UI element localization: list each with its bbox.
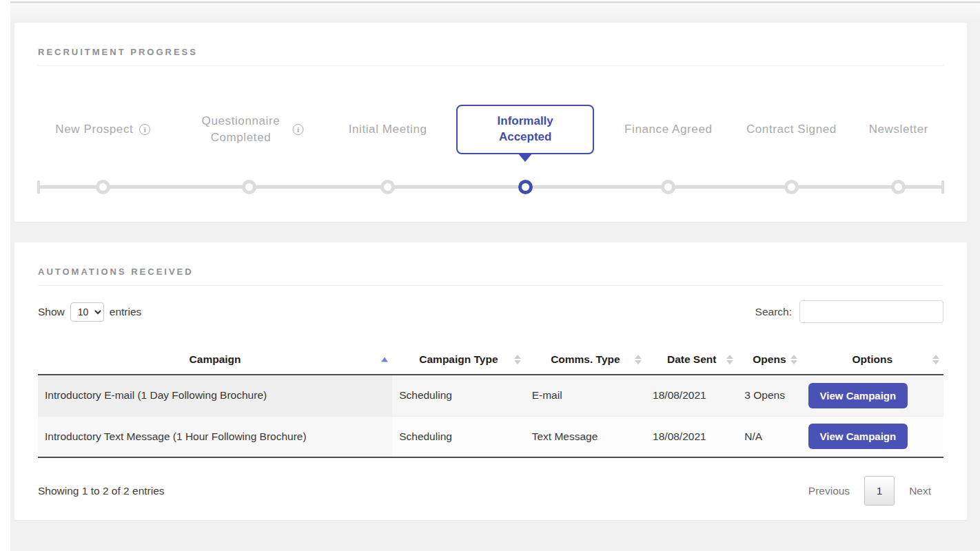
recruitment-progress-title: RECRUITMENT PROGRESS	[14, 23, 967, 57]
cell-comms-type: Text Message	[525, 416, 646, 457]
automations-received-title: AUTOMATIONS RECEIVED	[14, 242, 967, 277]
sort-both-icon	[635, 355, 642, 364]
step-dot-initial-meeting[interactable]	[380, 180, 395, 194]
step-informally-accepted[interactable]: Informally Accepted	[456, 93, 594, 166]
step-dot-contract-signed[interactable]	[784, 180, 799, 194]
step-label: Newsletter	[869, 123, 928, 136]
column-header-options[interactable]: Options	[802, 345, 943, 375]
previous-button[interactable]: Previous	[808, 485, 850, 497]
step-dot-questionnaire-completed[interactable]	[242, 180, 256, 194]
cell-date-sent: 18/08/2021	[646, 416, 737, 457]
view-campaign-button[interactable]: View Campaign	[808, 424, 908, 449]
table-controls: Show 10 entries Search:	[38, 300, 943, 323]
cell-campaign: Introductory Text Message (1 Hour Follow…	[38, 416, 392, 457]
step-label: Initial Meeting	[349, 123, 427, 136]
pagination: Previous 1 Next	[808, 476, 943, 506]
cell-comms-type: E-mail	[525, 375, 646, 416]
view-campaign-button[interactable]: View Campaign	[808, 383, 908, 408]
step-contract-signed: Contract Signed	[746, 93, 837, 166]
cell-opens: 3 Opens	[737, 375, 801, 416]
cell-campaign-type: Scheduling	[392, 416, 525, 457]
step-initial-meeting: Initial Meeting	[349, 93, 427, 166]
cell-opens: N/A	[737, 416, 801, 457]
column-header-opens[interactable]: Opens	[737, 345, 801, 375]
step-dot-new-prospect[interactable]	[96, 180, 110, 194]
recruitment-stepper: New Prospect i Questionnaire Completed i…	[38, 66, 943, 200]
step-dot-finance-agreed[interactable]	[661, 180, 675, 194]
page-number-button[interactable]: 1	[864, 476, 895, 506]
show-label: Show	[38, 306, 65, 318]
sort-both-icon	[790, 355, 797, 364]
cell-campaign-type: Scheduling	[392, 375, 525, 416]
cell-campaign: Introductory E-mail (1 Day Following Bro…	[38, 375, 392, 416]
page-size-control: Show 10 entries	[38, 302, 141, 322]
step-label: Informally Accepted	[487, 114, 563, 145]
step-label: Questionnaire Completed	[195, 113, 286, 146]
column-header-campaign-type[interactable]: Campaign Type	[392, 345, 525, 375]
table-footer: Showing 1 to 2 of 2 entries Previous 1 N…	[38, 476, 943, 506]
entries-summary: Showing 1 to 2 of 2 entries	[38, 485, 165, 497]
cell-options: View Campaign	[802, 416, 943, 457]
search-input[interactable]	[799, 300, 943, 323]
progress-track	[38, 185, 943, 189]
step-newsletter: Newsletter	[869, 93, 928, 166]
table-row: Introductory E-mail (1 Day Following Bro…	[38, 375, 943, 416]
info-icon[interactable]: i	[139, 124, 150, 135]
sort-asc-icon	[381, 357, 388, 362]
track-end-tick	[941, 180, 944, 194]
step-label: Contract Signed	[746, 123, 837, 136]
step-dot-newsletter[interactable]	[891, 180, 906, 194]
recruitment-progress-card: RECRUITMENT PROGRESS New Prospect i Ques…	[14, 23, 967, 222]
column-header-date-sent[interactable]: Date Sent	[646, 345, 737, 375]
sort-both-icon	[932, 355, 939, 364]
sort-both-icon	[726, 355, 733, 364]
automations-received-card: AUTOMATIONS RECEIVED Show 10 entries Sea…	[14, 242, 967, 520]
page-background: RECRUITMENT PROGRESS New Prospect i Ques…	[10, 0, 980, 551]
divider	[38, 285, 943, 286]
info-icon[interactable]: i	[292, 124, 303, 135]
step-new-prospect: New Prospect i	[55, 93, 150, 166]
track-start-tick	[37, 180, 40, 194]
step-questionnaire-completed: Questionnaire Completed i	[195, 93, 303, 166]
next-button[interactable]: Next	[909, 485, 931, 497]
cell-options: View Campaign	[802, 375, 943, 416]
current-step-box: Informally Accepted	[456, 105, 594, 154]
column-header-comms-type[interactable]: Comms. Type	[525, 345, 646, 375]
search-control: Search:	[755, 300, 943, 323]
cell-date-sent: 18/08/2021	[646, 375, 737, 416]
table-header-row: Campaign Campaign Type Comms. Type Date …	[38, 345, 943, 375]
step-finance-agreed: Finance Agreed	[624, 93, 712, 166]
step-label: New Prospect	[55, 123, 133, 136]
column-header-campaign[interactable]: Campaign	[38, 345, 392, 375]
step-dot-informally-accepted[interactable]	[518, 180, 533, 194]
automations-table: Campaign Campaign Type Comms. Type Date …	[38, 345, 943, 458]
sort-both-icon	[514, 355, 521, 364]
table-row: Introductory Text Message (1 Hour Follow…	[38, 416, 943, 457]
search-label: Search:	[755, 306, 792, 318]
entries-label: entries	[110, 306, 142, 318]
step-label: Finance Agreed	[624, 123, 712, 136]
page-size-select[interactable]: 10	[70, 302, 104, 322]
